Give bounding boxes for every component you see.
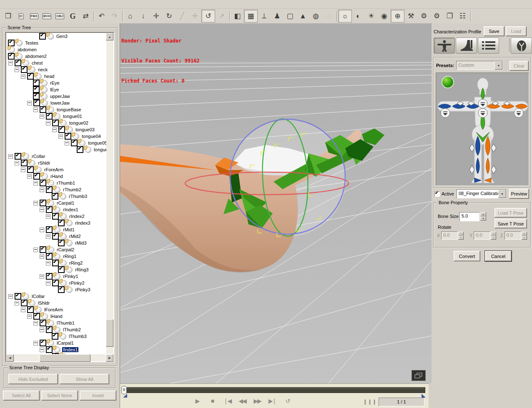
- light-bulb-button[interactable]: ☼: [338, 10, 352, 23]
- toolbar-separator[interactable]: [92, 10, 95, 22]
- scene-tree-item[interactable]: rHand: [6, 173, 106, 180]
- tree-collapse-icon[interactable]: [33, 341, 38, 345]
- scene-tree-item[interactable]: rRing3: [6, 266, 106, 273]
- tree-checkbox[interactable]: [52, 280, 59, 286]
- scene-tree-item[interactable]: rRing2: [6, 260, 106, 266]
- stop-button[interactable]: ■: [207, 396, 218, 405]
- chevron-down-icon[interactable]: ▼: [498, 190, 506, 198]
- tree-collapse-icon[interactable]: [40, 254, 44, 259]
- figure-display-button[interactable]: ♟: [271, 10, 284, 22]
- tree-collapse-icon[interactable]: [33, 201, 38, 205]
- move-all-button[interactable]: ✛: [188, 10, 201, 22]
- scene-tree-item[interactable]: rForeArm: [6, 166, 106, 173]
- rotate-tool-button[interactable]: ↻: [163, 10, 176, 22]
- tree-collapse-icon[interactable]: [46, 281, 50, 285]
- tree-collapse-icon[interactable]: [8, 294, 13, 299]
- tree-collapse-icon[interactable]: [40, 328, 44, 332]
- import-bvh-button[interactable]: BVH: [40, 10, 53, 22]
- axis-display-button[interactable]: ⟂: [258, 10, 271, 22]
- scene-tree-item[interactable]: tongue06: [6, 146, 106, 153]
- tree-collapse-icon[interactable]: [46, 214, 50, 219]
- spin-down-icon[interactable]: ▼: [522, 235, 527, 240]
- tree-checkbox[interactable]: [21, 300, 28, 306]
- tree-checkbox[interactable]: [8, 53, 15, 60]
- tree-collapse-icon[interactable]: [46, 261, 50, 265]
- bone-size-stepper[interactable]: ▲▼: [480, 212, 486, 220]
- spin-up-icon[interactable]: ▲: [522, 232, 527, 236]
- tab-face-setup[interactable]: [511, 38, 532, 54]
- tree-checkbox[interactable]: [46, 346, 53, 353]
- chevron-down-icon[interactable]: ▼: [494, 61, 502, 70]
- tab-body-mapping[interactable]: [434, 38, 455, 54]
- tree-checkbox[interactable]: [52, 260, 59, 266]
- tree-collapse-icon[interactable]: [27, 314, 32, 319]
- tree-checkbox[interactable]: [46, 113, 53, 120]
- timeline-handle[interactable]: 0: [121, 386, 127, 394]
- toolbar-separator[interactable]: [469, 10, 472, 22]
- go-to-end-button[interactable]: ▶❘: [267, 396, 278, 405]
- 3d-viewport[interactable]: Render: Pixel Shader Visible Faces Count…: [120, 23, 432, 383]
- select-all-button[interactable]: Select All: [3, 390, 40, 400]
- scene-tree-item[interactable]: tongueBase: [6, 106, 106, 113]
- motion-dropdown[interactable]: 08_Finger Calibration ▼: [457, 189, 507, 198]
- tree-horizontal-scrollbar[interactable]: ◀ ▶: [6, 354, 106, 361]
- tree-checkbox[interactable]: [15, 153, 21, 160]
- clear-preset-button[interactable]: Clear: [509, 61, 529, 71]
- tree-checkbox[interactable]: [33, 93, 40, 100]
- grid-toggle-button[interactable]: ▦: [244, 10, 258, 23]
- tree-checkbox[interactable]: [58, 220, 65, 226]
- scale-tool-button[interactable]: ↗: [215, 10, 228, 22]
- tree-collapse-icon[interactable]: [58, 134, 63, 139]
- scroll-left-icon[interactable]: ◀: [6, 354, 14, 362]
- tree-checkbox[interactable]: [71, 140, 78, 146]
- settings-wrench-button[interactable]: ⚒: [404, 10, 417, 22]
- hide-excluded-button[interactable]: Hide Excluded: [8, 374, 58, 384]
- tree-collapse-icon[interactable]: [21, 168, 25, 172]
- tree-checkbox[interactable]: [46, 186, 53, 193]
- home-view-button[interactable]: ⌂: [124, 10, 137, 22]
- tree-checkbox[interactable]: [27, 73, 34, 80]
- tree-collapse-icon[interactable]: [52, 128, 57, 132]
- tree-checkbox[interactable]: [21, 160, 28, 166]
- scene-tree-item[interactable]: lowerJaw: [6, 100, 106, 106]
- scene-tree-item[interactable]: tongue03: [6, 126, 106, 133]
- camera-light-button[interactable]: ◐: [352, 10, 365, 22]
- tab-bone-list[interactable]: [478, 38, 499, 54]
- bone-size-input[interactable]: 5.0: [459, 212, 479, 221]
- range-start-marker[interactable]: [123, 394, 127, 398]
- scene-tree-item[interactable]: rMid1: [6, 226, 106, 233]
- scroll-up-icon[interactable]: ▲: [106, 33, 113, 40]
- tree-vertical-scrollbar[interactable]: ▲ ▼: [106, 33, 113, 354]
- tree-checkbox[interactable]: [33, 86, 40, 93]
- toolbar-separator[interactable]: [228, 10, 231, 22]
- tree-collapse-icon[interactable]: [40, 348, 44, 352]
- tree-checkbox[interactable]: [58, 286, 65, 293]
- tree-collapse-icon[interactable]: [40, 114, 44, 119]
- tree-checkbox[interactable]: [27, 306, 34, 313]
- wire-sphere-button[interactable]: ◍: [309, 10, 322, 22]
- rotate-x-stepper[interactable]: ▲▼: [458, 232, 464, 240]
- undo-button[interactable]: ↶: [95, 10, 108, 22]
- scene-tree-item[interactable]: rThumb3: [6, 193, 106, 200]
- show-all-button[interactable]: Show All: [60, 374, 109, 384]
- scene-tree-item[interactable]: tongue05: [6, 140, 106, 146]
- scene-tree-item[interactable]: rEye: [6, 80, 106, 86]
- scene-tree-item[interactable]: rCollar: [6, 153, 106, 160]
- scene-tree-item[interactable]: lHand: [6, 313, 106, 320]
- tree-collapse-icon[interactable]: [21, 74, 25, 79]
- gear-update-button[interactable]: ⚙: [430, 10, 443, 22]
- scene-tree-item[interactable]: Gen3: [6, 33, 106, 40]
- spin-up-icon[interactable]: ▲: [480, 212, 486, 216]
- viewport-restore-button[interactable]: [412, 370, 426, 381]
- tree-checkbox[interactable]: [52, 120, 59, 126]
- scene-tree-item[interactable]: rIndex1: [6, 206, 106, 213]
- tree-collapse-icon[interactable]: [15, 161, 19, 165]
- toolbar-separator[interactable]: [335, 10, 338, 22]
- scene-tree-item[interactable]: rIndex3: [6, 220, 106, 226]
- scrollbar-thumb[interactable]: [40, 354, 90, 362]
- tree-checkbox[interactable]: [52, 333, 58, 340]
- tree-checkbox[interactable]: [40, 180, 46, 186]
- tree-collapse-icon[interactable]: [33, 181, 38, 185]
- scene-tree-item[interactable]: rPinky2: [6, 280, 106, 286]
- scene-tree-item[interactable]: lShldr: [6, 300, 106, 306]
